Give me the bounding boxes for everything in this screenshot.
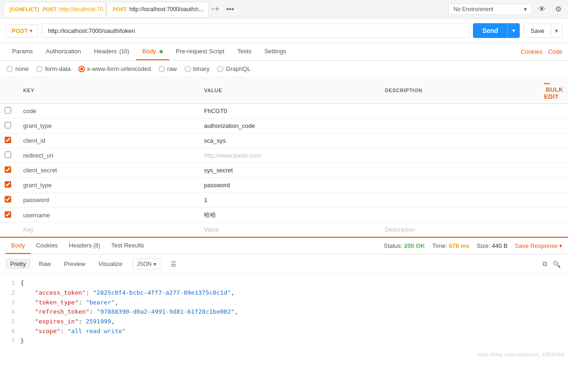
- row-value-cell-0[interactable]: FhCGT0: [199, 104, 380, 119]
- new-row: Key Value Description: [0, 223, 568, 237]
- more-tabs-button[interactable]: •••: [224, 3, 236, 15]
- row-more-cell-2: [539, 133, 568, 148]
- radio-circle-none: [6, 66, 13, 72]
- eye-icon-button[interactable]: 👁: [536, 2, 549, 16]
- row-key-cell-2[interactable]: client_id: [19, 133, 199, 148]
- row-value-cell-2[interactable]: sca_sys: [199, 133, 380, 148]
- row-key-text-4: client_secret: [23, 167, 57, 174]
- line-num-2: 2: [6, 288, 15, 298]
- row-desc-cell-0[interactable]: [380, 104, 539, 119]
- line-num-6: 6: [6, 327, 15, 336]
- table-row: username 哈哈: [0, 208, 568, 223]
- radio-urlencoded[interactable]: x-www-form-urlencoded: [78, 65, 151, 72]
- row-value-text-7: 哈哈: [204, 211, 216, 218]
- row-desc-cell-5[interactable]: [380, 178, 539, 193]
- save-dropdown-button[interactable]: ▾: [551, 24, 562, 38]
- tab-prerequest[interactable]: Pre-request Script: [169, 43, 231, 60]
- row-more-cell-6: [539, 193, 568, 208]
- add-tab-button[interactable]: ＋: [211, 2, 223, 16]
- tab-bar: [CONFLICT] POST http://localhost:70... ✕…: [0, 0, 568, 19]
- row-check-cell-4: [0, 163, 19, 178]
- row-key-cell-7[interactable]: username: [19, 208, 199, 223]
- new-row-desc[interactable]: Description: [380, 223, 539, 237]
- fmt-visualize-button[interactable]: Visualize: [94, 259, 127, 269]
- row-desc-cell-3[interactable]: [380, 148, 539, 163]
- radio-binary[interactable]: binary: [185, 65, 210, 72]
- row-value-cell-1[interactable]: authorization_code: [199, 119, 380, 133]
- save-button[interactable]: Save: [523, 24, 551, 38]
- method-select[interactable]: POST ▾: [6, 24, 38, 38]
- url-bar: POST ▾ Send ▾ Save ▾: [0, 19, 568, 43]
- env-select[interactable]: No Environment ▾: [448, 4, 532, 15]
- row-checkbox-2[interactable]: [5, 137, 11, 143]
- row-desc-cell-6[interactable]: [380, 193, 539, 208]
- row-value-cell-6[interactable]: 1: [199, 193, 380, 208]
- watermark: https://blog.csdn.net/weixin_43600d58: [0, 351, 568, 358]
- row-key-cell-4[interactable]: client_secret: [19, 163, 199, 178]
- cookies-link[interactable]: Cookies: [521, 48, 542, 55]
- row-more-cell-5: [539, 178, 568, 193]
- row-value-cell-5[interactable]: password: [199, 178, 380, 193]
- row-checkbox-5[interactable]: [5, 181, 11, 188]
- line-code-2: "access_token": "2825c0f4-bcbc-4ff7-a277…: [20, 288, 235, 298]
- fmt-preview-button[interactable]: Preview: [59, 259, 90, 269]
- row-key-cell-6[interactable]: password: [19, 193, 199, 208]
- copy-button[interactable]: ⧉: [541, 258, 549, 270]
- row-key-cell-1[interactable]: grant_type: [19, 119, 199, 133]
- radio-formdata[interactable]: form-data: [36, 65, 71, 72]
- row-key-cell-3[interactable]: redirect_uri: [19, 148, 199, 163]
- row-desc-cell-1[interactable]: [380, 119, 539, 133]
- new-row-check: [0, 223, 19, 237]
- wrap-lines-icon[interactable]: ☰: [168, 259, 179, 269]
- search-button[interactable]: 🔍: [551, 258, 562, 270]
- save-response-button[interactable]: Save Response ▾: [515, 242, 562, 249]
- code-link[interactable]: Code: [548, 48, 562, 55]
- tab-headers[interactable]: Headers (10): [88, 43, 136, 60]
- row-checkbox-0[interactable]: [5, 107, 11, 114]
- tab-settings[interactable]: Settings: [258, 43, 293, 60]
- tab-conflict[interactable]: [CONFLICT] POST http://localhost:70... ✕: [4, 2, 106, 17]
- radio-raw[interactable]: raw: [159, 65, 177, 72]
- resp-tab-cookies[interactable]: Cookies: [31, 238, 64, 254]
- row-desc-cell-4[interactable]: [380, 163, 539, 178]
- tab-authorization[interactable]: Authorization: [39, 43, 88, 60]
- row-checkbox-4[interactable]: [5, 166, 11, 173]
- row-desc-cell-7[interactable]: [380, 208, 539, 223]
- bulk-edit-button[interactable]: Bulk Edit: [544, 86, 563, 100]
- row-desc-cell-2[interactable]: [380, 133, 539, 148]
- row-checkbox-6[interactable]: [5, 196, 11, 202]
- tab-body[interactable]: Body: [136, 43, 169, 60]
- req-tab-right: Cookies Code: [521, 48, 562, 55]
- line-code-7: }: [20, 336, 24, 346]
- fmt-raw-button[interactable]: Raw: [34, 259, 56, 269]
- env-chevron-icon: ▾: [524, 6, 527, 13]
- more-options-icon[interactable]: •••: [544, 81, 550, 86]
- row-checkbox-3[interactable]: [5, 152, 11, 158]
- resp-tab-testresults[interactable]: Test Results: [106, 238, 150, 254]
- url-input[interactable]: [42, 24, 469, 38]
- tab-params[interactable]: Params: [6, 43, 39, 60]
- row-key-cell-0[interactable]: code: [19, 104, 199, 119]
- resp-status: Status: 200 OK Time: 678 ms Size: 440 B …: [383, 242, 562, 249]
- size-label: Size: 440 B: [477, 242, 508, 249]
- row-checkbox-1[interactable]: [5, 122, 11, 128]
- send-button[interactable]: Send: [473, 23, 507, 38]
- tab-active[interactable]: POST http://localhost:7000/oauth/c... ✕: [107, 2, 209, 17]
- resp-tab-headers[interactable]: Headers (8): [64, 238, 106, 254]
- tab-url-1: http://localhost:7000/oauth/c...: [129, 6, 204, 13]
- row-value-cell-3[interactable]: http://www.baidu.com: [199, 148, 380, 163]
- radio-graphql[interactable]: GraphQL: [217, 65, 250, 72]
- json-format-select[interactable]: JSON ▾: [133, 259, 160, 270]
- resp-tab-body[interactable]: Body: [6, 238, 31, 254]
- row-key-cell-5[interactable]: grant_type: [19, 178, 199, 193]
- row-value-cell-7[interactable]: 哈哈: [199, 208, 380, 223]
- gear-icon-button[interactable]: ⚙: [552, 2, 564, 16]
- row-value-cell-4[interactable]: sys_secret: [199, 163, 380, 178]
- row-checkbox-7[interactable]: [5, 211, 11, 218]
- tab-tests[interactable]: Tests: [231, 43, 258, 60]
- fmt-pretty-button[interactable]: Pretty: [6, 259, 31, 269]
- new-row-key[interactable]: Key: [19, 223, 199, 237]
- new-row-value[interactable]: Value: [199, 223, 380, 237]
- radio-none[interactable]: none: [6, 65, 29, 72]
- send-dropdown-button[interactable]: ▾: [507, 23, 520, 38]
